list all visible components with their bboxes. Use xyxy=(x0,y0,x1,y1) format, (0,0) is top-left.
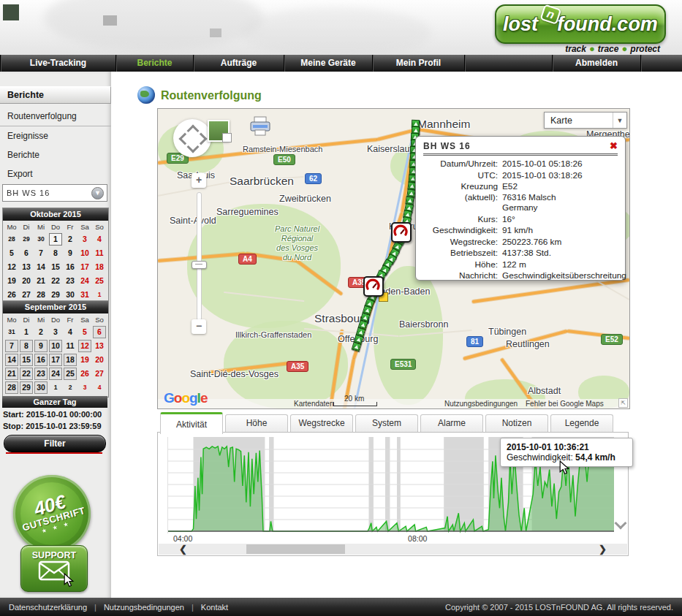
calendar-day[interactable]: 3 xyxy=(49,326,62,338)
device-dropdown-icon[interactable]: ▼ xyxy=(91,187,104,199)
calendar-day[interactable]: 13 xyxy=(20,261,33,273)
calendar-day[interactable]: 3 xyxy=(78,233,91,246)
pan-down-icon[interactable] xyxy=(187,141,200,153)
calendar-day[interactable]: 1 xyxy=(93,289,106,301)
calendar-day[interactable]: 7 xyxy=(34,247,48,259)
map[interactable]: MannheimBad MergentheimKaiserslauternRam… xyxy=(157,108,630,409)
calendar-day[interactable]: 25 xyxy=(93,275,106,287)
calendar-day[interactable]: 19 xyxy=(78,354,91,366)
report-error-link[interactable]: Fehler bei Google Maps melden xyxy=(526,399,629,409)
tab-höhe[interactable]: Höhe xyxy=(225,414,288,432)
footer-link-datenschutzerklärung[interactable]: Datenschutzerklärung xyxy=(9,603,87,612)
nav-item-berichte[interactable]: Berichte xyxy=(115,55,193,72)
calendar-day[interactable]: 21 xyxy=(5,368,18,380)
tab-notizen[interactable]: Notizen xyxy=(485,414,548,432)
print-icon[interactable] xyxy=(249,116,272,137)
calendar-day[interactable]: 28 xyxy=(5,381,18,394)
tab-aktivität[interactable]: Aktivität xyxy=(160,412,223,434)
calendar-day[interactable]: 30 xyxy=(34,381,48,394)
calendar-day[interactable]: 14 xyxy=(5,354,18,366)
nav-item-meine-geräte[interactable]: Meine Geräte xyxy=(284,55,372,72)
calendar-day[interactable]: 28 xyxy=(34,289,48,301)
calendar-day[interactable]: 6 xyxy=(93,326,106,338)
speed-alert-marker[interactable] xyxy=(391,222,412,243)
calendar-day[interactable]: 28 xyxy=(5,233,18,246)
pan-right-icon[interactable] xyxy=(195,133,208,145)
calendar-day[interactable]: 17 xyxy=(78,261,91,273)
calendar-day[interactable]: 26 xyxy=(78,368,91,380)
terms-link[interactable]: Nutzungsbedingungen xyxy=(444,399,518,408)
chart-horizontal-scrollbar[interactable]: ❮ ❯ xyxy=(159,544,627,555)
calendar-day[interactable]: 16 xyxy=(64,261,77,273)
device-selector[interactable]: BH WS 16 ▼ xyxy=(2,184,107,202)
footer-link-kontakt[interactable]: Kontakt xyxy=(201,603,228,612)
calendar-day[interactable]: 9 xyxy=(34,340,48,352)
calendar-day[interactable]: 11 xyxy=(93,247,106,259)
calendar-day[interactable]: 1 xyxy=(49,381,62,394)
zoom-slider-handle[interactable] xyxy=(192,261,207,269)
calendar-day[interactable]: 30 xyxy=(34,233,48,246)
brand-logo[interactable]: lostnfound.com xyxy=(495,4,666,44)
calendar-day[interactable]: 15 xyxy=(20,354,33,366)
nav-item-aufträge[interactable]: Aufträge xyxy=(193,55,284,72)
support-button[interactable]: SUPPORT xyxy=(20,545,88,592)
calendar-day[interactable]: 22 xyxy=(49,275,62,287)
sidebar-item-berichte[interactable]: Berichte xyxy=(0,145,111,164)
tab-system[interactable]: System xyxy=(355,414,418,432)
sidebar-item-export[interactable]: Export xyxy=(0,164,111,183)
calendar-day[interactable]: 12 xyxy=(78,340,91,352)
calendar-day[interactable]: 2 xyxy=(64,233,77,246)
route-marker[interactable] xyxy=(352,342,362,352)
calendar-day[interactable]: 23 xyxy=(34,368,48,380)
calendar-day[interactable]: 14 xyxy=(34,261,48,273)
calendar-day[interactable]: 3 xyxy=(78,381,91,394)
footer-link-nutzungsbedingungen[interactable]: Nutzungsbedingungen xyxy=(104,603,184,612)
scroll-down-icon[interactable] xyxy=(615,517,627,530)
calendar-day[interactable]: 2 xyxy=(34,326,48,338)
calendar-day[interactable]: 30 xyxy=(64,289,77,301)
calendar-day[interactable]: 4 xyxy=(93,381,106,394)
sidebar-item-ereignisse[interactable]: Ereignisse xyxy=(0,126,111,145)
calendar-day[interactable]: 27 xyxy=(20,289,33,301)
tab-alarme[interactable]: Alarme xyxy=(420,414,483,432)
calendar-day[interactable]: 12 xyxy=(5,261,18,273)
calendar-day[interactable]: 8 xyxy=(49,247,62,259)
calendar-day[interactable]: 5 xyxy=(5,247,18,259)
calendar-day[interactable]: 5 xyxy=(78,326,91,338)
calendar-day[interactable]: 31 xyxy=(5,326,18,338)
sidebar-item-routenverfolgung[interactable]: Routenverfolgung xyxy=(0,107,111,126)
calendar-day[interactable]: 10 xyxy=(49,340,62,352)
calendar-day[interactable]: 1 xyxy=(20,326,33,338)
calendar-day[interactable]: 19 xyxy=(5,275,18,287)
calendar-day[interactable]: 17 xyxy=(49,354,62,366)
calendar-day[interactable]: 21 xyxy=(34,275,48,287)
tab-legende[interactable]: Legende xyxy=(550,414,613,432)
scrollbar-thumb[interactable] xyxy=(246,544,345,554)
scroll-right-icon[interactable]: ❯ xyxy=(599,544,607,555)
calendar-day[interactable]: 13 xyxy=(93,340,106,352)
calendar-day[interactable]: 29 xyxy=(20,381,33,394)
google-logo[interactable]: Google xyxy=(164,390,207,406)
scroll-left-icon[interactable]: ❮ xyxy=(179,544,187,555)
tab-wegstrecke[interactable]: Wegstrecke xyxy=(290,414,353,432)
calendar-day[interactable]: 10 xyxy=(78,247,91,259)
zoom-in-button[interactable]: + xyxy=(192,173,206,188)
calendar-day[interactable]: 18 xyxy=(64,354,77,366)
calendar-day[interactable]: 18 xyxy=(93,261,106,273)
calendar-day[interactable]: 25 xyxy=(64,368,77,380)
calendar-day[interactable]: 4 xyxy=(64,326,77,338)
resize-corner-icon[interactable]: ⇱ xyxy=(618,398,628,408)
nav-item-abmelden[interactable]: Abmelden xyxy=(552,55,640,72)
calendar-day[interactable]: 16 xyxy=(34,354,48,366)
calendar-day[interactable]: 23 xyxy=(64,275,77,287)
overview-map-control[interactable] xyxy=(208,120,230,142)
calendar-day[interactable]: 26 xyxy=(5,289,18,301)
calendar-day[interactable]: 29 xyxy=(20,233,33,246)
zoom-out-button[interactable]: − xyxy=(192,319,206,334)
calendar-day[interactable]: 1 xyxy=(49,233,62,246)
calendar-day[interactable]: 9 xyxy=(64,247,77,259)
speed-alert-marker[interactable] xyxy=(363,276,384,297)
filter-button[interactable]: Filter xyxy=(4,435,106,452)
calendar-day[interactable]: 4 xyxy=(93,233,106,246)
map-pan-control[interactable] xyxy=(173,119,211,157)
